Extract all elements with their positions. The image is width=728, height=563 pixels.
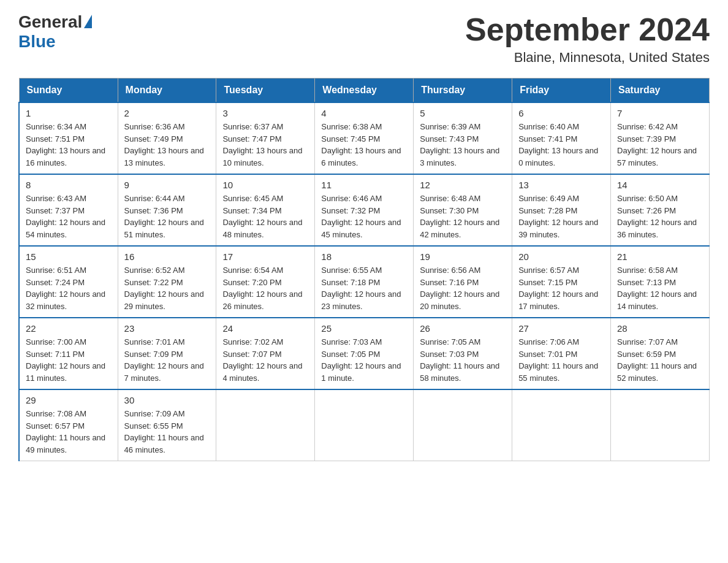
calendar-cell: 3Sunrise: 6:37 AMSunset: 7:47 PMDaylight… [216,102,315,174]
title-area: September 2024 Blaine, Minnesota, United… [465,12,710,66]
day-number: 18 [321,251,407,262]
col-saturday: Saturday [611,79,710,103]
day-number: 24 [222,323,308,334]
day-number: 14 [617,180,703,190]
calendar-cell: 12Sunrise: 6:48 AMSunset: 7:30 PMDayligh… [414,174,512,246]
day-number: 29 [26,395,112,405]
day-number: 27 [518,323,604,334]
calendar-cell: 14Sunrise: 6:50 AMSunset: 7:26 PMDayligh… [611,174,710,246]
day-number: 11 [321,180,407,190]
week-row-4: 29Sunrise: 7:08 AMSunset: 6:57 PMDayligh… [19,389,710,461]
col-sunday: Sunday [19,79,118,103]
calendar-cell: 4Sunrise: 6:38 AMSunset: 7:45 PMDaylight… [315,102,414,174]
day-number: 21 [617,251,703,262]
day-number: 8 [26,180,112,190]
calendar-cell: 21Sunrise: 6:58 AMSunset: 7:13 PMDayligh… [611,246,710,318]
calendar-cell: 18Sunrise: 6:55 AMSunset: 7:18 PMDayligh… [315,246,414,318]
day-info: Sunrise: 6:52 AMSunset: 7:22 PMDaylight:… [124,264,210,312]
day-info: Sunrise: 6:37 AMSunset: 7:47 PMDaylight:… [222,121,308,169]
calendar-cell: 11Sunrise: 6:46 AMSunset: 7:32 PMDayligh… [315,174,414,246]
day-info: Sunrise: 6:39 AMSunset: 7:43 PMDaylight:… [420,121,506,169]
day-number: 17 [222,251,308,262]
day-info: Sunrise: 6:34 AMSunset: 7:51 PMDaylight:… [26,121,112,169]
calendar-cell: 27Sunrise: 7:06 AMSunset: 7:01 PMDayligh… [512,318,611,389]
day-info: Sunrise: 6:55 AMSunset: 7:18 PMDaylight:… [321,264,407,312]
calendar-cell: 13Sunrise: 6:49 AMSunset: 7:28 PMDayligh… [512,174,611,246]
week-row-0: 1Sunrise: 6:34 AMSunset: 7:51 PMDaylight… [19,102,710,174]
day-number: 23 [124,323,210,334]
day-number: 10 [222,180,308,190]
header-row: Sunday Monday Tuesday Wednesday Thursday… [19,79,710,103]
calendar-cell: 30Sunrise: 7:09 AMSunset: 6:55 PMDayligh… [118,389,216,461]
month-title: September 2024 [465,12,710,47]
logo-general-text: General [18,12,82,32]
calendar-cell: 24Sunrise: 7:02 AMSunset: 7:07 PMDayligh… [216,318,315,389]
calendar-cell: 8Sunrise: 6:43 AMSunset: 7:37 PMDaylight… [19,174,118,246]
day-number: 28 [617,323,703,334]
calendar-cell [512,389,611,461]
day-number: 2 [124,108,210,118]
calendar-cell: 10Sunrise: 6:45 AMSunset: 7:34 PMDayligh… [216,174,315,246]
logo-blue-text: Blue [18,32,56,52]
day-info: Sunrise: 6:51 AMSunset: 7:24 PMDaylight:… [26,264,112,312]
day-number: 3 [222,108,308,118]
calendar-cell [315,389,414,461]
calendar-cell: 23Sunrise: 7:01 AMSunset: 7:09 PMDayligh… [118,318,216,389]
day-number: 5 [420,108,506,118]
col-wednesday: Wednesday [315,79,414,103]
calendar-cell [414,389,512,461]
day-number: 20 [518,251,604,262]
day-number: 26 [420,323,506,334]
day-info: Sunrise: 7:05 AMSunset: 7:03 PMDaylight:… [420,336,506,384]
calendar-cell: 1Sunrise: 6:34 AMSunset: 7:51 PMDaylight… [19,102,118,174]
calendar-cell: 28Sunrise: 7:07 AMSunset: 6:59 PMDayligh… [611,318,710,389]
day-info: Sunrise: 6:48 AMSunset: 7:30 PMDaylight:… [420,193,506,240]
calendar-cell: 15Sunrise: 6:51 AMSunset: 7:24 PMDayligh… [19,246,118,318]
logo-triangle-icon [84,15,92,28]
day-info: Sunrise: 6:54 AMSunset: 7:20 PMDaylight:… [222,264,308,312]
col-friday: Friday [512,79,611,103]
day-number: 4 [321,108,407,118]
day-info: Sunrise: 6:40 AMSunset: 7:41 PMDaylight:… [518,121,604,169]
day-info: Sunrise: 7:01 AMSunset: 7:09 PMDaylight:… [124,336,210,384]
day-number: 16 [124,251,210,262]
calendar-cell: 20Sunrise: 6:57 AMSunset: 7:15 PMDayligh… [512,246,611,318]
day-info: Sunrise: 6:49 AMSunset: 7:28 PMDaylight:… [518,193,604,240]
day-info: Sunrise: 6:45 AMSunset: 7:34 PMDaylight:… [222,193,308,240]
col-tuesday: Tuesday [216,79,315,103]
day-number: 9 [124,180,210,190]
week-row-3: 22Sunrise: 7:00 AMSunset: 7:11 PMDayligh… [19,318,710,389]
day-info: Sunrise: 6:56 AMSunset: 7:16 PMDaylight:… [420,264,506,312]
week-row-2: 15Sunrise: 6:51 AMSunset: 7:24 PMDayligh… [19,246,710,318]
day-number: 19 [420,251,506,262]
day-number: 30 [124,395,210,405]
day-info: Sunrise: 7:02 AMSunset: 7:07 PMDaylight:… [222,336,308,384]
day-info: Sunrise: 7:09 AMSunset: 6:55 PMDaylight:… [124,408,210,456]
calendar-cell: 16Sunrise: 6:52 AMSunset: 7:22 PMDayligh… [118,246,216,318]
calendar-cell: 26Sunrise: 7:05 AMSunset: 7:03 PMDayligh… [414,318,512,389]
calendar-cell: 29Sunrise: 7:08 AMSunset: 6:57 PMDayligh… [19,389,118,461]
calendar-cell: 6Sunrise: 6:40 AMSunset: 7:41 PMDaylight… [512,102,611,174]
day-number: 22 [26,323,112,334]
day-info: Sunrise: 6:57 AMSunset: 7:15 PMDaylight:… [518,264,604,312]
day-info: Sunrise: 6:50 AMSunset: 7:26 PMDaylight:… [617,193,703,240]
calendar-cell: 7Sunrise: 6:42 AMSunset: 7:39 PMDaylight… [611,102,710,174]
calendar-cell [611,389,710,461]
day-number: 7 [617,108,703,118]
col-thursday: Thursday [414,79,512,103]
day-number: 15 [26,251,112,262]
day-info: Sunrise: 7:08 AMSunset: 6:57 PMDaylight:… [26,408,112,456]
calendar-cell [216,389,315,461]
day-info: Sunrise: 6:43 AMSunset: 7:37 PMDaylight:… [26,193,112,240]
calendar-cell: 5Sunrise: 6:39 AMSunset: 7:43 PMDaylight… [414,102,512,174]
day-info: Sunrise: 6:58 AMSunset: 7:13 PMDaylight:… [617,264,703,312]
day-info: Sunrise: 6:36 AMSunset: 7:49 PMDaylight:… [124,121,210,169]
col-monday: Monday [118,79,216,103]
calendar-cell: 22Sunrise: 7:00 AMSunset: 7:11 PMDayligh… [19,318,118,389]
calendar-cell: 19Sunrise: 6:56 AMSunset: 7:16 PMDayligh… [414,246,512,318]
day-number: 12 [420,180,506,190]
header: General Blue September 2024 Blaine, Minn… [18,12,710,66]
day-number: 1 [26,108,112,118]
location-title: Blaine, Minnesota, United States [465,50,710,66]
day-number: 25 [321,323,407,334]
